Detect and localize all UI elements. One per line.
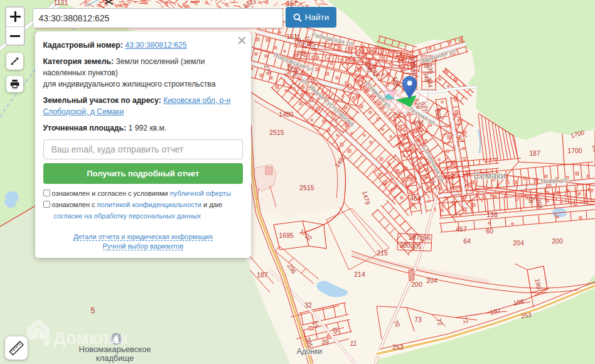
svg-text:32: 32: [304, 301, 312, 309]
svg-text:297: 297: [409, 233, 420, 241]
svg-text:73: 73: [414, 316, 422, 323]
svg-text:296: 296: [419, 234, 431, 242]
svg-text:301: 301: [410, 242, 422, 250]
svg-text:300: 300: [399, 242, 410, 249]
svg-text:200: 200: [552, 237, 563, 245]
svg-text:187: 187: [529, 149, 540, 157]
svg-text:1700: 1700: [567, 147, 582, 154]
svg-text:11: 11: [350, 340, 357, 347]
svg-text:138: 138: [486, 211, 498, 218]
svg-text:200: 200: [411, 281, 422, 288]
svg-text:1480: 1480: [279, 110, 294, 118]
svg-text:Семаки: Семаки: [473, 171, 505, 181]
svg-text:187: 187: [257, 271, 268, 279]
svg-text:39: 39: [321, 338, 329, 346]
svg-text:457: 457: [456, 225, 467, 233]
svg-text:2515: 2515: [269, 129, 284, 136]
svg-text:253: 253: [392, 343, 404, 351]
svg-text:464: 464: [410, 195, 421, 202]
svg-text:5: 5: [91, 306, 95, 315]
svg-text:2515: 2515: [299, 184, 314, 191]
svg-text:Домклик: Домклик: [53, 328, 128, 348]
svg-text:204: 204: [426, 277, 437, 284]
svg-text:Адонки: Адонки: [297, 347, 322, 356]
svg-text:60: 60: [486, 227, 493, 235]
svg-text:215: 215: [377, 249, 388, 257]
svg-text:64: 64: [463, 237, 471, 245]
svg-text:1695: 1695: [279, 232, 294, 239]
svg-text:157: 157: [286, 0, 298, 7]
svg-text:кладбище: кладбище: [96, 353, 134, 363]
svg-text:204: 204: [513, 239, 524, 247]
svg-text:214: 214: [354, 270, 365, 278]
svg-text:1131: 1131: [54, 0, 68, 6]
